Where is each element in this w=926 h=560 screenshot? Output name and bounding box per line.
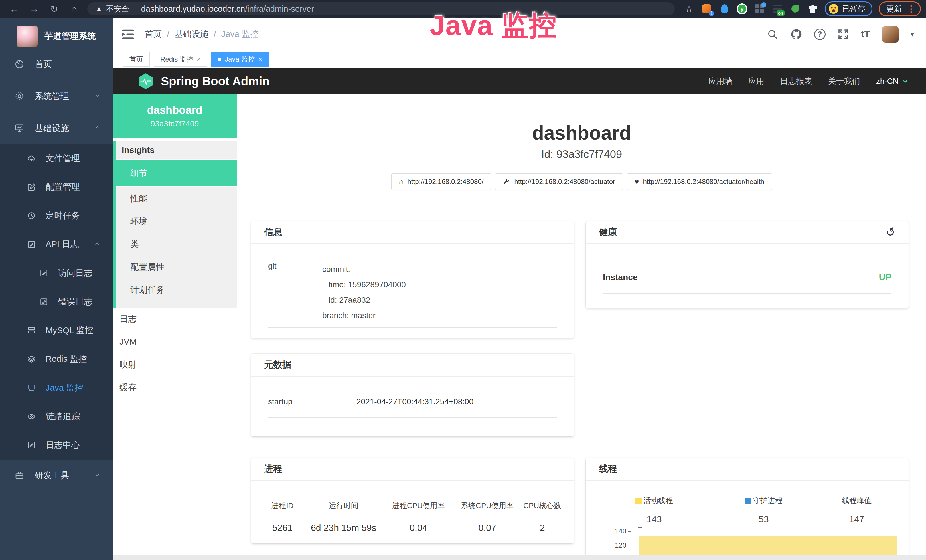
collapse-sidebar-icon[interactable]: [122, 29, 134, 40]
sba-nav-wallboard[interactable]: 应用墙: [708, 76, 732, 87]
scrollbar-track[interactable]: [113, 555, 926, 560]
log-edit-icon: [25, 240, 38, 249]
sba-nav-about[interactable]: 关于我们: [828, 76, 860, 87]
github-icon[interactable]: [790, 28, 802, 40]
sidebar-item-file-manage[interactable]: 文件管理: [0, 144, 113, 173]
sidebar-item-home[interactable]: 首页: [0, 48, 113, 80]
extension-icon-grid[interactable]: [754, 3, 766, 15]
tab-java-monitor[interactable]: Java 监控 ×: [211, 52, 269, 67]
fullscreen-icon[interactable]: [838, 29, 849, 40]
back-icon[interactable]: ←: [9, 3, 20, 15]
sidebar-item-dev-tools[interactable]: 研发工具: [0, 460, 113, 492]
sba-item-config-props[interactable]: 配置属性: [115, 256, 237, 278]
threads-legend: 活动线程 143 守护进程 53 线程峰值 147: [586, 495, 909, 525]
close-icon[interactable]: ×: [197, 55, 201, 64]
chevron-down-icon: [902, 77, 909, 85]
profile-paused-chip[interactable]: 已暂停: [825, 2, 872, 16]
sidebar-item-system[interactable]: 系统管理: [0, 80, 113, 112]
chrome-menu-icon[interactable]: ⋮: [907, 6, 915, 12]
breadcrumb-separator: /: [213, 29, 216, 39]
sidebar-item-api-log[interactable]: API 日志: [0, 230, 113, 259]
search-icon[interactable]: [767, 29, 778, 40]
forward-icon[interactable]: →: [29, 3, 40, 15]
log-edit-icon: [38, 269, 50, 277]
sba-item-logs[interactable]: 日志: [113, 307, 237, 330]
col-header: 进程ID: [260, 501, 306, 511]
col-header: 系统CPU使用率: [455, 501, 519, 511]
locale-label: zh-CN: [876, 77, 899, 86]
extensions-puzzle-icon[interactable]: [807, 3, 819, 15]
font-size-icon[interactable]: tT: [861, 29, 870, 39]
extension-icon-adblock[interactable]: on: [772, 3, 783, 15]
sba-item-details[interactable]: 细节: [115, 160, 237, 187]
pid-value: 5261: [260, 523, 306, 533]
row-divider: [603, 293, 891, 294]
help-icon[interactable]: ?: [814, 29, 826, 40]
sba-item-mappings[interactable]: 映射: [113, 353, 237, 376]
yudao-sidebar: 芋道管理系统 首页 系统管理 基础设施 文件管理: [0, 18, 113, 560]
address-bar[interactable]: ▲ 不安全 dashboard.yudao.iocoder.cn/infra/a…: [87, 2, 675, 15]
threads-card: 线程 活动线程 143 守护进程 53: [586, 458, 909, 560]
sidebar-item-config-manage[interactable]: 配置管理: [0, 173, 113, 202]
sidebar-item-java-monitor[interactable]: Java 监控: [0, 374, 113, 402]
sidebar-item-log-center[interactable]: 日志中心: [0, 431, 113, 460]
sidebar-item-scheduled-jobs[interactable]: 定时任务: [0, 201, 113, 230]
sba-nav-applications[interactable]: 应用: [748, 76, 764, 87]
sidebar-item-mysql-monitor[interactable]: MySQL 监控: [0, 316, 113, 345]
extension-icon-y[interactable]: y: [736, 3, 748, 15]
sba-item-scheduled-tasks[interactable]: 计划任务: [115, 278, 237, 301]
col-header: 进程CPU使用率: [382, 501, 455, 511]
col-header: CPU核心数: [519, 501, 565, 511]
reload-icon[interactable]: ↻: [48, 3, 60, 15]
sidebar-item-error-log[interactable]: 错误日志: [0, 288, 113, 316]
health-card-title: 健康: [599, 226, 617, 239]
close-icon[interactable]: ×: [258, 55, 262, 64]
extension-icon-orange[interactable]: 1: [701, 3, 713, 15]
git-time-line: time: 1596289704000: [322, 277, 406, 292]
sba-item-classes[interactable]: 类: [115, 233, 237, 256]
sba-nav-journal[interactable]: 日志报表: [780, 76, 812, 87]
metadata-key: startup: [268, 397, 357, 406]
locale-select[interactable]: zh-CN: [876, 77, 909, 86]
breadcrumb-current: Java 监控: [221, 28, 259, 40]
url-text[interactable]: dashboard.yudao.iocoder.cn/infra/admin-s…: [141, 4, 314, 14]
tab-home[interactable]: 首页: [123, 52, 150, 67]
sba-item-jvm[interactable]: JVM: [113, 330, 237, 353]
insights-section-label: Insights: [115, 141, 237, 160]
breadcrumb-home[interactable]: 首页: [145, 28, 162, 40]
sba-item-environment[interactable]: 环境: [115, 210, 237, 233]
sba-item-caches[interactable]: 缓存: [113, 376, 237, 399]
instance-label[interactable]: Instance: [603, 272, 638, 282]
user-avatar[interactable]: [882, 26, 899, 42]
security-label[interactable]: 不安全: [106, 4, 129, 14]
update-button[interactable]: 更新 ⋮: [879, 2, 921, 16]
avatar-caret-icon[interactable]: ▾: [911, 30, 914, 38]
eye-icon: [25, 412, 38, 421]
sba-app-block[interactable]: dashboard 93a3fc7f7409: [113, 94, 237, 138]
history-icon[interactable]: ↺: [884, 224, 897, 240]
app-frame: 芋道管理系统 首页 系统管理 基础设施 文件管理: [0, 18, 926, 560]
sidebar-item-tracing[interactable]: 链路追踪: [0, 402, 113, 431]
metadata-card-body: startup 2021-04-27T00:44:31.254+08:00: [251, 397, 574, 418]
home-icon[interactable]: ⌂: [68, 3, 80, 15]
actuator-url-button[interactable]: http://192.168.0.2:48080/actuator: [495, 173, 623, 190]
sidebar-item-infra[interactable]: 基础设施: [0, 112, 113, 144]
sba-app-id: 93a3fc7f7409: [151, 119, 199, 129]
y-tick: 140: [603, 528, 631, 534]
bookmark-star-icon[interactable]: ☆: [683, 3, 695, 15]
sba-item-metrics[interactable]: 性能: [115, 187, 237, 210]
legend-swatch-yellow: [635, 498, 642, 504]
extension-icon-drop[interactable]: [719, 3, 730, 15]
info-card-title: 信息: [251, 221, 574, 244]
tab-redis-monitor[interactable]: Redis 监控 ×: [154, 52, 207, 67]
sidebar-item-access-log[interactable]: 访问日志: [0, 259, 113, 288]
insights-group: Insights 细节 性能 环境 类 配置属性 计划任务: [113, 141, 237, 307]
process-table: 进程ID 运行时间 进程CPU使用率 系统CPU使用率 CPU核心数 5261 …: [251, 501, 574, 533]
service-url-button[interactable]: ⌂ http://192.168.0.2:48080/: [391, 173, 492, 190]
breadcrumb-infra[interactable]: 基础设施: [174, 28, 209, 40]
divider: [135, 5, 135, 12]
health-url-button[interactable]: ♥ http://192.168.0.2:48080/actuator/heal…: [627, 173, 772, 190]
extension-icon-sprout[interactable]: [790, 3, 801, 15]
sidebar-item-redis-monitor[interactable]: Redis 监控: [0, 345, 113, 374]
health-card-header: 健康 ↺: [586, 221, 909, 244]
